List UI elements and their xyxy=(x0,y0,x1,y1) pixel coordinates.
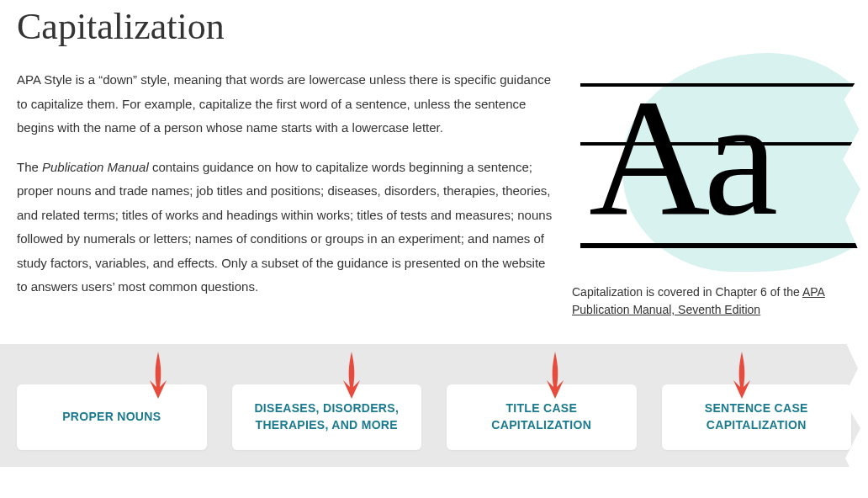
torn-edge-bottom xyxy=(0,478,868,498)
chapter-caption: Capitalization is covered in Chapter 6 o… xyxy=(572,283,841,319)
card-sentence-case[interactable]: SENTENCE CASE CAPITALIZATION xyxy=(662,384,852,450)
intro-paragraph-2: The Publication Manual contains guidance… xyxy=(17,156,555,299)
intro-paragraph-1: APA Style is a “down” style, meaning tha… xyxy=(17,68,555,140)
topic-cards-bar: PROPER NOUNS DISEASES, DISORDERS, THERAP… xyxy=(0,344,868,467)
capitalization-illustration: Aa xyxy=(572,53,841,246)
body-text: APA Style is a “down” style, meaning tha… xyxy=(17,68,555,319)
publication-manual-italic: Publication Manual xyxy=(42,160,149,174)
card-diseases-disorders[interactable]: DISEASES, DISORDERS, THERAPIES, AND MORE xyxy=(232,384,422,450)
card-proper-nouns[interactable]: PROPER NOUNS xyxy=(17,384,207,450)
page-title: Capitalization xyxy=(17,5,851,48)
letters-aa: Aa xyxy=(589,73,771,241)
card-title-case[interactable]: TITLE CASE CAPITALIZATION xyxy=(447,384,637,450)
